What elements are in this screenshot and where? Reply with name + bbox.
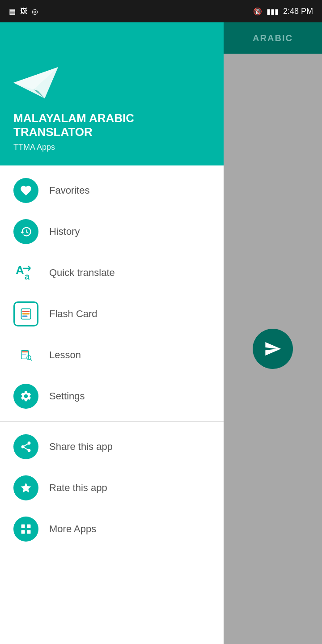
- rate-label: Rate this app: [49, 482, 107, 494]
- app-icon-3: ◎: [32, 7, 38, 16]
- menu-item-flash-card[interactable]: Flash Card: [0, 293, 224, 335]
- rate-icon-circle: [13, 475, 38, 500]
- flashcard-icon: [20, 308, 32, 320]
- right-content: [224, 54, 322, 644]
- send-icon: [264, 340, 282, 358]
- settings-icon: [20, 390, 32, 402]
- sim-icon: 🔞: [253, 7, 262, 16]
- svg-line-17: [30, 359, 32, 360]
- menu-item-history[interactable]: History: [0, 211, 224, 252]
- favorites-label: Favorites: [49, 185, 89, 196]
- app-icon-1: ▤: [9, 7, 16, 16]
- menu-divider: [0, 421, 224, 422]
- lesson-label: Lesson: [49, 349, 81, 361]
- svg-rect-19: [27, 525, 30, 528]
- menu-item-favorites[interactable]: Favorites: [0, 170, 224, 211]
- history-icon-circle: [13, 219, 38, 244]
- menu-item-lesson[interactable]: Lesson: [0, 335, 224, 376]
- menu-item-settings[interactable]: Settings: [0, 376, 224, 417]
- navigation-drawer: MALAYALAM ARABIC TRANSLATOR TTMA Apps Fa…: [0, 22, 224, 644]
- main-container: MALAYALAM ARABIC TRANSLATOR TTMA Apps Fa…: [0, 22, 322, 644]
- translate-button[interactable]: [253, 329, 293, 369]
- svg-rect-9: [22, 311, 30, 312]
- settings-label: Settings: [49, 390, 85, 402]
- svg-rect-14: [22, 352, 28, 353]
- menu-item-more-apps[interactable]: More Apps: [0, 508, 224, 550]
- svg-rect-13: [22, 352, 28, 352]
- app-subtitle: TTMA Apps: [13, 143, 210, 152]
- right-panel: ARABIC: [224, 22, 322, 644]
- svg-rect-18: [21, 525, 25, 528]
- grid-icon: [20, 523, 32, 535]
- svg-text:a: a: [25, 271, 30, 281]
- share-icon-circle: [13, 434, 38, 459]
- svg-rect-11: [22, 316, 28, 317]
- flash-card-icon-circle: [13, 301, 38, 326]
- status-time: 2:48 PM: [283, 7, 313, 16]
- quick-translate-icon: A a: [13, 260, 38, 285]
- quick-translate-label: Quick translate: [49, 267, 115, 279]
- share-label: Share this app: [49, 441, 113, 453]
- svg-rect-20: [21, 530, 25, 534]
- clock-icon: [20, 225, 32, 238]
- menu-item-share[interactable]: Share this app: [0, 426, 224, 467]
- star-icon: [20, 482, 32, 494]
- svg-rect-15: [22, 354, 26, 354]
- right-header: ARABIC: [224, 22, 322, 54]
- heart-icon: [20, 184, 32, 197]
- settings-icon-circle: [13, 384, 38, 409]
- svg-text:A: A: [16, 263, 24, 277]
- battery-icon: ▮▮▮: [267, 7, 279, 16]
- svg-rect-21: [27, 530, 30, 534]
- app-title: MALAYALAM ARABIC TRANSLATOR: [13, 111, 210, 139]
- menu-item-rate[interactable]: Rate this app: [0, 467, 224, 508]
- flash-card-label: Flash Card: [49, 308, 97, 320]
- favorites-icon-circle: [13, 178, 38, 203]
- lesson-icon-wrap: [13, 343, 38, 368]
- drawer-menu: Favorites History A a: [0, 165, 224, 644]
- menu-item-quick-translate[interactable]: A a Quick translate: [0, 252, 224, 293]
- history-label: History: [49, 226, 80, 237]
- more-apps-label: More Apps: [49, 523, 96, 535]
- lesson-icon: [20, 349, 32, 361]
- app-logo: [13, 65, 210, 102]
- svg-rect-10: [22, 313, 30, 314]
- right-header-text: ARABIC: [253, 33, 293, 43]
- share-icon: [20, 441, 32, 453]
- status-bar: ▤ 🖼 ◎ 🔞 ▮▮▮ 2:48 PM: [0, 0, 322, 22]
- app-icon-2: 🖼: [20, 7, 27, 15]
- drawer-header: MALAYALAM ARABIC TRANSLATOR TTMA Apps: [0, 22, 224, 165]
- more-apps-icon-circle: [13, 517, 38, 542]
